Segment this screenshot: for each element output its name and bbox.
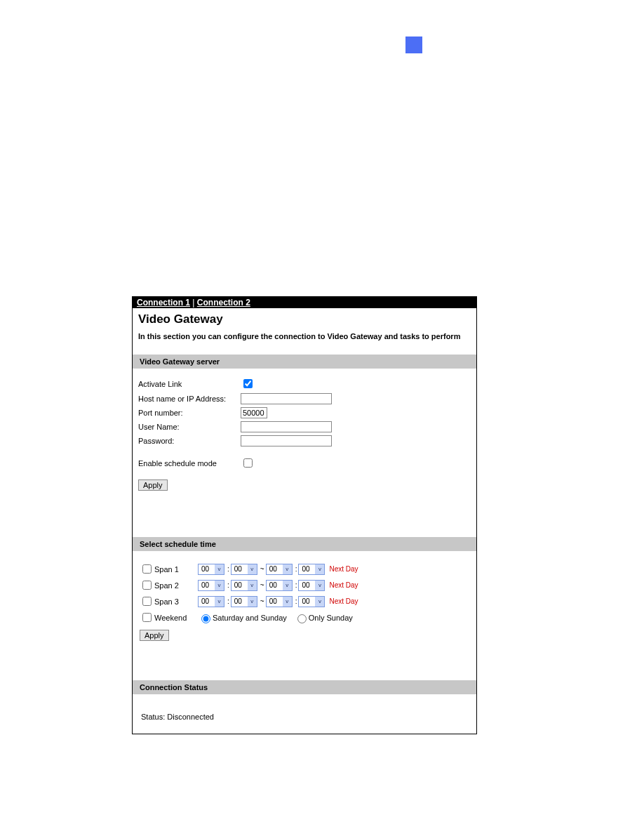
host-label: Host name or IP Address: <box>138 395 241 403</box>
span1-label: Span 1 <box>154 565 198 574</box>
tab-separator: | <box>190 298 197 307</box>
span1-nextday: Next Day <box>329 565 358 573</box>
time-colon: : <box>227 581 229 589</box>
password-label: Password: <box>138 437 241 445</box>
span1-checkbox[interactable] <box>142 564 152 574</box>
apply-server-button[interactable]: Apply <box>138 479 168 491</box>
server-section-body: Activate Link Host name or IP Address: P… <box>133 369 476 537</box>
schedule-mode-label: Enable schedule mode <box>138 459 241 468</box>
chevron-down-icon: v <box>248 564 257 574</box>
status-section-header: Connection Status <box>133 680 476 694</box>
chevron-down-icon: v <box>248 581 257 590</box>
time-tilde: ~ <box>260 565 264 573</box>
page-marker <box>405 37 422 53</box>
server-section-header: Video Gateway server <box>133 355 476 369</box>
chevron-down-icon: v <box>315 581 324 590</box>
time-colon: : <box>227 565 229 573</box>
span2-nextday: Next Day <box>329 581 358 589</box>
tab-bar: Connection 1 | Connection 2 <box>133 297 476 308</box>
span1-row: Span 1 00v : 00v ~ 00v : 00v Next Day <box>140 562 469 576</box>
span2-hour2-select[interactable]: 00v <box>266 580 293 591</box>
span2-row: Span 2 00v : 00v ~ 00v : 00v Next Day <box>140 578 469 592</box>
chevron-down-icon: v <box>315 597 324 607</box>
status-text: Status: Disconnected <box>141 713 214 721</box>
chevron-down-icon: v <box>215 597 224 607</box>
time-colon: : <box>295 581 297 589</box>
span3-label: Span 3 <box>154 597 198 606</box>
time-colon: : <box>295 565 297 573</box>
weekend-checkbox[interactable] <box>142 613 152 622</box>
username-label: User Name: <box>138 423 241 431</box>
weekend-row: Weekend Saturday and Sunday Only Sunday <box>140 611 469 624</box>
span2-checkbox[interactable] <box>142 581 152 590</box>
span2-min2-select[interactable]: 00v <box>298 580 325 591</box>
tab-connection-1[interactable]: Connection 1 <box>137 298 190 307</box>
time-colon: : <box>295 597 297 605</box>
page-title: Video Gateway <box>138 312 471 326</box>
weekend-only-sun-radio[interactable] <box>297 614 307 623</box>
span3-hour2-select[interactable]: 00v <box>266 596 293 607</box>
activate-link-label: Activate Link <box>138 380 241 388</box>
schedule-mode-checkbox[interactable] <box>243 458 253 468</box>
span3-min1-select[interactable]: 00v <box>231 596 257 607</box>
activate-link-checkbox[interactable] <box>243 379 253 388</box>
span2-hour1-select[interactable]: 00v <box>198 580 224 591</box>
chevron-down-icon: v <box>315 564 324 574</box>
chevron-down-icon: v <box>215 564 224 574</box>
span2-min1-select[interactable]: 00v <box>231 580 257 591</box>
chevron-down-icon: v <box>283 564 292 574</box>
weekend-label: Weekend <box>154 614 198 622</box>
span3-hour1-select[interactable]: 00v <box>198 596 224 607</box>
weekend-sat-sun-label: Saturday and Sunday <box>213 614 287 622</box>
port-input[interactable] <box>241 407 267 418</box>
page-subtitle: In this section you can configure the co… <box>138 332 471 340</box>
chevron-down-icon: v <box>283 581 292 590</box>
status-section-body: Status: Disconnected <box>133 694 476 734</box>
span3-nextday: Next Day <box>329 597 358 605</box>
span1-min1-select[interactable]: 00v <box>231 564 257 575</box>
chevron-down-icon: v <box>248 597 257 607</box>
schedule-section-header: Select schedule time <box>133 537 476 551</box>
schedule-section-body: Span 1 00v : 00v ~ 00v : 00v Next Day Sp… <box>133 551 476 680</box>
password-input[interactable] <box>241 435 332 446</box>
span3-row: Span 3 00v : 00v ~ 00v : 00v Next Day <box>140 595 469 608</box>
span3-checkbox[interactable] <box>142 597 152 606</box>
span1-hour1-select[interactable]: 00v <box>198 564 224 575</box>
config-panel: Connection 1 | Connection 2 Video Gatewa… <box>132 296 477 734</box>
time-tilde: ~ <box>260 597 264 605</box>
host-input[interactable] <box>241 393 332 404</box>
tab-connection-2[interactable]: Connection 2 <box>197 298 250 307</box>
weekend-sat-sun-radio[interactable] <box>201 614 210 623</box>
span1-min2-select[interactable]: 00v <box>298 564 325 575</box>
chevron-down-icon: v <box>283 597 292 607</box>
weekend-only-sun-label: Only Sunday <box>309 614 353 622</box>
username-input[interactable] <box>241 421 332 432</box>
chevron-down-icon: v <box>215 581 224 590</box>
time-tilde: ~ <box>260 581 264 589</box>
span1-hour2-select[interactable]: 00v <box>266 564 293 575</box>
span3-min2-select[interactable]: 00v <box>298 596 325 607</box>
apply-schedule-button[interactable]: Apply <box>140 630 169 641</box>
port-label: Port number: <box>138 409 241 417</box>
time-colon: : <box>227 597 229 605</box>
span2-label: Span 2 <box>154 581 198 590</box>
